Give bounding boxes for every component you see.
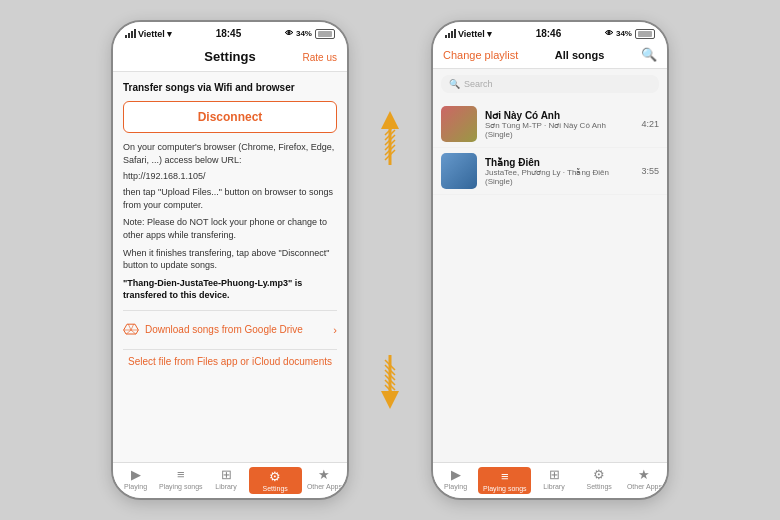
status-bar-left: Viettel ▾ 18:45 👁 34% xyxy=(113,22,347,42)
carrier-right: Viettel ▾ xyxy=(445,29,492,39)
down-arrow xyxy=(370,350,410,410)
nav-label-library-left: Library xyxy=(215,483,236,490)
search-bar-placeholder: Search xyxy=(464,79,493,89)
song-list: Nơi Này Có Anh Sơn Tùng M-TP · Nơi Này C… xyxy=(433,97,667,199)
carrier-name-right: Viettel xyxy=(458,29,485,39)
spacer-right xyxy=(433,199,667,462)
bottom-nav-left: ▶ Playing ≡ Playing songs ⊞ Library ⚙ Se… xyxy=(113,462,347,498)
song-duration-1: 4:21 xyxy=(641,119,659,129)
eye-icon-right: 👁 xyxy=(605,29,613,38)
status-bar-right: Viettel ▾ 18:46 👁 34% xyxy=(433,22,667,42)
nav-other-right[interactable]: ★ Other Apps xyxy=(622,467,667,494)
list-icon-right: ≡ xyxy=(501,469,509,484)
divider-2 xyxy=(123,349,337,350)
song-info-2: Thằng Điên JustaTee, Phương Ly · Thằng Đ… xyxy=(485,157,633,186)
song-thumb-2 xyxy=(441,153,477,189)
disconnect-button[interactable]: Disconnect xyxy=(123,101,337,133)
play-icon-right: ▶ xyxy=(451,467,461,482)
all-songs-button[interactable]: All songs xyxy=(555,49,605,61)
battery-icon xyxy=(315,29,335,39)
song-item-2[interactable]: Thằng Điên JustaTee, Phương Ly · Thằng Đ… xyxy=(433,148,667,195)
song-item-1[interactable]: Nơi Này Có Anh Sơn Tùng M-TP · Nơi Này C… xyxy=(433,101,667,148)
song-title-1: Nơi Này Có Anh xyxy=(485,110,633,121)
star-icon-right: ★ xyxy=(638,467,650,482)
nav-label-songs-right: Playing songs xyxy=(483,485,527,492)
song-title-2: Thằng Điên xyxy=(485,157,633,168)
nav-playing-left[interactable]: ▶ Playing xyxy=(113,467,158,494)
change-playlist-button[interactable]: Change playlist xyxy=(443,49,518,61)
phone-left: Viettel ▾ 18:45 👁 34% Settings Rate us T… xyxy=(111,20,349,500)
icloud-link[interactable]: Select file from Files app or iCloud doc… xyxy=(123,356,337,367)
search-bar-icon: 🔍 xyxy=(449,79,460,89)
nav-settings-left[interactable]: ⚙ Settings xyxy=(249,467,302,494)
carrier-name-left: Viettel xyxy=(138,29,165,39)
song-artist-2: JustaTee, Phương Ly · Thằng Điên (Single… xyxy=(485,168,633,186)
phone-right: Viettel ▾ 18:46 👁 34% Change playlist Al… xyxy=(431,20,669,500)
song-artist-1: Sơn Tùng M-TP · Nơi Này Có Anh (Single) xyxy=(485,121,633,139)
nav-playing-right[interactable]: ▶ Playing xyxy=(433,467,478,494)
settings-icon-right: ⚙ xyxy=(593,467,605,482)
wifi-icon-right: ▾ xyxy=(487,29,492,39)
nav-label-other-left: Other Apps xyxy=(307,483,342,490)
library-icon-right: ⊞ xyxy=(549,467,560,482)
song-thumb-1 xyxy=(441,106,477,142)
nav-label-settings-right: Settings xyxy=(587,483,612,490)
body-text-1: On your computer's browser (Chrome, Fire… xyxy=(123,141,337,166)
divider-1 xyxy=(123,310,337,311)
settings-icon: ⚙ xyxy=(269,469,281,484)
song-info-1: Nơi Này Có Anh Sơn Tùng M-TP · Nơi Này C… xyxy=(485,110,633,139)
nav-label-other-right: Other Apps xyxy=(627,483,662,490)
bottom-nav-right: ▶ Playing ≡ Playing songs ⊞ Library ⚙ Se… xyxy=(433,462,667,498)
nav-label-settings-left: Settings xyxy=(263,485,288,492)
battery-icon-right xyxy=(635,29,655,39)
search-button[interactable]: 🔍 xyxy=(641,47,657,62)
gdrive-label: Download songs from Google Drive xyxy=(145,324,327,335)
right-phone-header: Change playlist All songs 🔍 xyxy=(433,42,667,69)
gdrive-icon xyxy=(123,322,139,338)
list-icon-left: ≡ xyxy=(177,467,185,482)
time-right: 18:46 xyxy=(536,28,562,39)
section-title: Transfer songs via Wifi and browser xyxy=(123,82,337,93)
success-message: "Thang-Dien-JustaTee-Phuong-Ly.mp3" is t… xyxy=(123,277,337,302)
settings-content: Transfer songs via Wifi and browser Disc… xyxy=(113,72,347,462)
nav-label-playing-right: Playing xyxy=(444,483,467,490)
nav-library-left[interactable]: ⊞ Library xyxy=(203,467,248,494)
settings-header: Settings Rate us xyxy=(113,42,347,72)
header-title-left: Settings xyxy=(204,49,255,64)
chevron-icon: › xyxy=(333,324,337,336)
body-text-3: When it finishes transfering, tap above … xyxy=(123,247,337,272)
signal-icon-right xyxy=(445,29,456,38)
wifi-icon: ▾ xyxy=(167,29,172,39)
carrier-left: Viettel ▾ xyxy=(125,29,172,39)
nav-label-playing-left: Playing xyxy=(124,483,147,490)
nav-playing-songs-right[interactable]: ≡ Playing songs xyxy=(478,467,531,494)
nav-label-library-right: Library xyxy=(543,483,564,490)
star-icon-left: ★ xyxy=(318,467,330,482)
search-bar[interactable]: 🔍 Search xyxy=(441,75,659,93)
nav-library-right[interactable]: ⊞ Library xyxy=(531,467,576,494)
phones-container: Viettel ▾ 18:45 👁 34% Settings Rate us T… xyxy=(111,20,669,500)
gdrive-row[interactable]: Download songs from Google Drive › xyxy=(123,317,337,343)
play-icon: ▶ xyxy=(131,467,141,482)
rate-us-link[interactable]: Rate us xyxy=(303,51,337,62)
nav-playing-songs-left[interactable]: ≡ Playing songs xyxy=(158,467,203,494)
arrows-area xyxy=(365,20,415,500)
battery-right: 👁 34% xyxy=(605,29,655,39)
library-icon-left: ⊞ xyxy=(221,467,232,482)
url-text: http://192.168.1.105/ xyxy=(123,171,337,181)
nav-settings-right[interactable]: ⚙ Settings xyxy=(577,467,622,494)
battery-left: 👁 34% xyxy=(285,29,335,39)
note-text: Note: Please do NOT lock your phone or c… xyxy=(123,216,337,241)
up-arrow xyxy=(370,110,410,170)
time-left: 18:45 xyxy=(216,28,242,39)
nav-label-songs-left: Playing songs xyxy=(159,483,203,490)
nav-other-left[interactable]: ★ Other Apps xyxy=(302,467,347,494)
song-duration-2: 3:55 xyxy=(641,166,659,176)
eye-icon: 👁 xyxy=(285,29,293,38)
signal-icon xyxy=(125,29,136,38)
body-text-2: then tap "Upload Files..." button on bro… xyxy=(123,186,337,211)
